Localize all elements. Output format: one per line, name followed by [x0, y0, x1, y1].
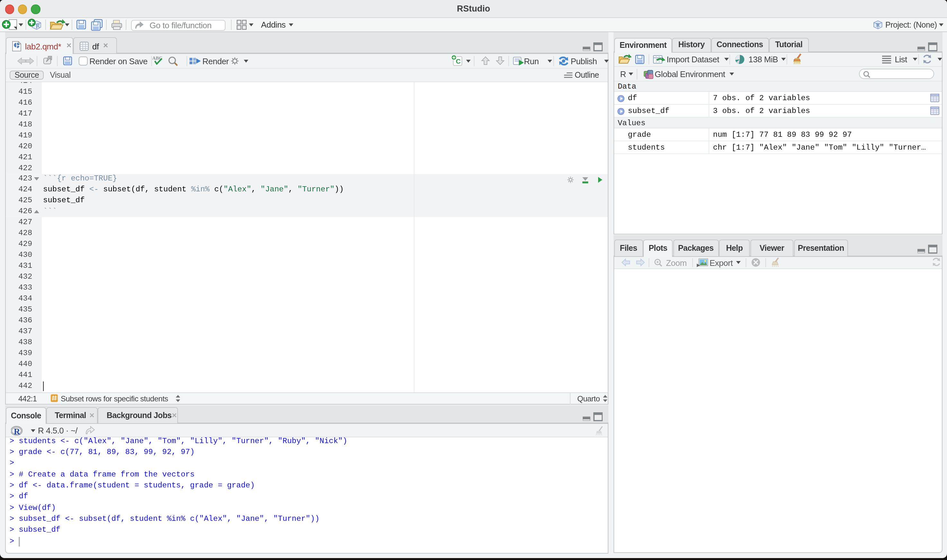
svg-text:R: R: [36, 23, 40, 29]
svg-text:R: R: [14, 426, 20, 436]
svg-text:C: C: [456, 58, 460, 65]
svg-text:R: R: [876, 22, 880, 28]
